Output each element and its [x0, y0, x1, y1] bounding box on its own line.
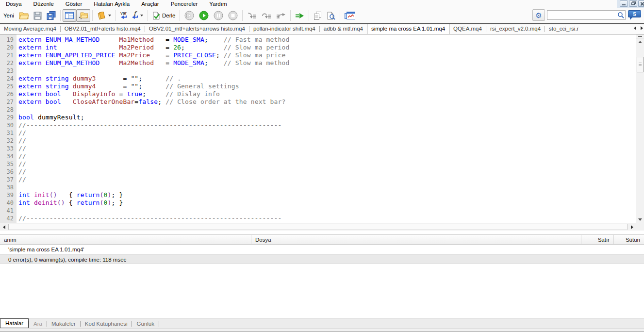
line-number: 34: [0, 152, 17, 160]
menu-item[interactable]: Düzenle: [28, 0, 60, 8]
minimize-button[interactable]: [620, 0, 628, 7]
close-button[interactable]: [638, 0, 644, 7]
save-all-button[interactable]: [44, 9, 58, 22]
horizontal-scrollbar[interactable]: [0, 223, 644, 231]
code-line-row[interactable]: 40int deinit() { return(0); }: [0, 199, 636, 207]
menu-item[interactable]: Dosya: [0, 0, 28, 8]
bottom-tab[interactable]: Ara: [29, 319, 47, 328]
vertical-scrollbar[interactable]: [636, 34, 644, 223]
profiler-button[interactable]: [311, 9, 324, 22]
code-line-row[interactable]: 41: [0, 207, 636, 215]
menu-item[interactable]: Araçlar: [135, 0, 165, 8]
code-line-row[interactable]: 42//------------------------------------…: [0, 215, 636, 222]
bottom-tab[interactable]: Kod Kütüphanesi: [81, 319, 132, 328]
scroll-left-button[interactable]: [0, 223, 8, 231]
search-input[interactable]: [547, 10, 626, 20]
function-label: f: [133, 12, 135, 16]
code-line-row[interactable]: 33//: [0, 145, 636, 152]
document-tab[interactable]: simple ma cross EA 1.01.mq4: [367, 24, 449, 34]
scroll-down-button[interactable]: [636, 216, 644, 223]
column-header[interactable]: anım: [0, 235, 251, 244]
step-over-button[interactable]: [259, 9, 274, 22]
menu-bar: DosyaDüzenleGösterHataları AyıklaAraçlar…: [0, 0, 644, 8]
step-out-button[interactable]: [274, 9, 288, 22]
code-line-row[interactable]: 26extern bool DisplayInfo = true; // Dis…: [0, 90, 636, 98]
code-line-row[interactable]: 35//: [0, 160, 636, 168]
open-file-button[interactable]: [17, 9, 31, 22]
compile-label: Derle: [162, 13, 175, 18]
error-row[interactable]: 'simple ma cross EA 1.01.mq4': [0, 245, 644, 254]
code-line-row[interactable]: 30//------------------------------------…: [0, 121, 636, 129]
code-line-row[interactable]: 20extern int Ma2Period = 26; // Slow ma …: [0, 44, 636, 51]
step-into-button[interactable]: [245, 9, 259, 22]
horizontal-scroll-thumb[interactable]: [8, 224, 627, 230]
continue-to-cursor-button[interactable]: [293, 9, 307, 22]
bottom-tab[interactable]: Hatalar: [0, 318, 29, 328]
settings-button[interactable]: ⚙: [532, 9, 545, 21]
code-line-row[interactable]: 31//: [0, 129, 636, 137]
document-tab[interactable]: pollan-indicator shift.mq4: [249, 24, 319, 34]
mql-reference-button[interactable]: [95, 9, 114, 22]
document-tab[interactable]: Moving Average.mq4: [0, 24, 60, 34]
code-line-row[interactable]: 22extern ENUM_MA_METHOD Ma2Method = MODE…: [0, 59, 636, 67]
restore-button[interactable]: [629, 0, 637, 7]
split-editor-handle[interactable]: [636, 34, 644, 38]
insert-function-button[interactable]: f: [129, 9, 146, 22]
code-text: //: [17, 129, 26, 137]
toggle-toolbox-button[interactable]: [76, 9, 90, 22]
menu-item[interactable]: Göster: [60, 0, 88, 8]
line-number: 32: [0, 137, 17, 145]
code-line-row[interactable]: 28: [0, 106, 636, 114]
scroll-up-button[interactable]: [636, 38, 644, 45]
bottom-tab[interactable]: Günlük: [132, 319, 158, 328]
document-tab[interactable]: QQEA.mq4: [449, 24, 486, 34]
toggle-navigator-button[interactable]: [63, 9, 76, 22]
code-line-row[interactable]: 36//: [0, 168, 636, 176]
document-tab[interactable]: OBV2.01_mtf+alerts+arrows histo.mq4: [145, 24, 249, 34]
scroll-tabs-left-icon[interactable]: [634, 26, 636, 30]
document-tab[interactable]: adbb & mtf.mq4: [320, 24, 367, 34]
code-line-row[interactable]: 32//------------------------------------…: [0, 137, 636, 145]
save-button[interactable]: [31, 9, 44, 22]
debug-start-button[interactable]: [197, 9, 211, 22]
menu-item[interactable]: Hataları Ayıkla: [88, 0, 135, 8]
debug-pause-button[interactable]: [211, 9, 226, 22]
column-header[interactable]: Satır: [581, 235, 614, 244]
compile-button[interactable]: Derle: [150, 9, 178, 22]
code-line-row[interactable]: 38: [0, 183, 636, 191]
insert-variable-icon: [120, 15, 127, 20]
code-line-row[interactable]: 25extern string dummy4 = ""; // General …: [0, 83, 636, 90]
search-in-files-button[interactable]: [324, 9, 338, 22]
line-number: 23: [0, 67, 17, 75]
column-header[interactable]: Sütun: [614, 235, 644, 244]
code-line-row[interactable]: 37//: [0, 176, 636, 183]
bottom-tab[interactable]: Makaleler: [47, 319, 80, 328]
column-header[interactable]: Dosya: [251, 235, 581, 244]
code-line-row[interactable]: 29bool dummyResult;: [0, 114, 636, 121]
code-line-row[interactable]: 19extern ENUM_MA_METHOD Ma1Method = MODE…: [0, 36, 636, 44]
code-line-row[interactable]: 39int init() { return(0); }: [0, 191, 636, 199]
document-tab[interactable]: sto_cci_rsi.r: [545, 24, 582, 34]
code-line-row[interactable]: 21extern ENUM_APPLIED_PRICE Ma2Price = P…: [0, 51, 636, 59]
new-file-button[interactable]: Yeni: [1, 9, 17, 22]
scroll-tabs-right-icon[interactable]: [641, 26, 643, 30]
debug-restart-button[interactable]: [182, 9, 197, 22]
code-line-row[interactable]: 34//: [0, 152, 636, 160]
menu-item[interactable]: Pencereler: [165, 0, 204, 8]
scroll-right-button[interactable]: [628, 223, 636, 231]
open-chart-button[interactable]: [342, 9, 358, 22]
menu-item[interactable]: Yardım: [203, 0, 232, 8]
debug-stop-button[interactable]: [226, 9, 240, 22]
error-row[interactable]: 0 error(s), 0 warning(s), compile time: …: [0, 254, 644, 264]
community-button[interactable]: 5: [627, 10, 642, 20]
code-text: int deinit() { return(0); }: [17, 199, 123, 207]
code-line-row[interactable]: 27extern bool CloseAfterOneBar=false; //…: [0, 98, 636, 106]
code-line-row[interactable]: 24extern string dummy3 = ""; // .: [0, 75, 636, 83]
document-tab[interactable]: OBV2.01_mtf+alerts histo.mq4: [61, 24, 145, 34]
vertical-scroll-thumb[interactable]: [637, 57, 644, 72]
menu-items: DosyaDüzenleGösterHataları AyıklaAraçlar…: [0, 0, 233, 8]
document-tab[interactable]: rsi_expert_v2.0.mq4: [486, 24, 545, 34]
code-editor[interactable]: 19extern ENUM_MA_METHOD Ma1Method = MODE…: [0, 34, 644, 223]
insert-variable-button[interactable]: var: [118, 9, 129, 22]
code-line-row[interactable]: 23: [0, 67, 636, 75]
